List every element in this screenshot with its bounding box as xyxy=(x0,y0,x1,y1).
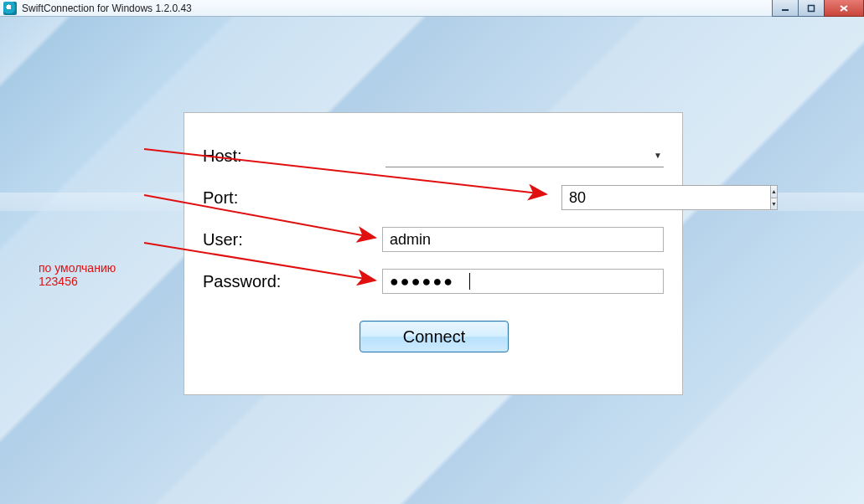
host-combobox[interactable]: ▼ xyxy=(385,144,664,167)
default-credentials-note: по умолчанию 123456 xyxy=(39,261,116,288)
connection-panel: Host: ▼ Port: ▲ ▼ User: Password: xyxy=(184,112,683,395)
maximize-button[interactable] xyxy=(798,0,825,17)
user-input[interactable] xyxy=(382,227,664,252)
password-input[interactable] xyxy=(382,269,664,294)
user-label: User: xyxy=(203,230,382,249)
window-title: SwiftConnection for Windows 1.2.0.43 xyxy=(22,3,192,14)
host-row: Host: ▼ xyxy=(203,143,664,168)
app-icon xyxy=(3,2,17,15)
maximize-icon xyxy=(807,4,815,13)
title-bar: SwiftConnection for Windows 1.2.0.43 xyxy=(0,0,864,17)
annotation-line2: 123456 xyxy=(39,275,116,288)
host-label: Host: xyxy=(203,147,385,166)
port-spinner: ▲ ▼ xyxy=(561,185,664,210)
window-controls xyxy=(772,0,864,17)
svg-rect-1 xyxy=(809,5,815,11)
connect-button[interactable]: Connect xyxy=(360,321,509,352)
text-cursor xyxy=(469,273,470,290)
user-row: User: xyxy=(203,227,664,252)
close-icon xyxy=(839,4,849,13)
port-step-up[interactable]: ▲ xyxy=(771,186,777,198)
chevron-down-icon: ▼ xyxy=(654,151,662,160)
connect-button-label: Connect xyxy=(403,327,466,347)
port-step-down[interactable]: ▼ xyxy=(771,198,777,210)
chevron-down-icon: ▼ xyxy=(771,201,777,207)
annotation-line1: по умолчанию xyxy=(39,261,116,275)
port-label: Port: xyxy=(203,188,387,208)
port-row: Port: ▲ ▼ xyxy=(203,185,664,210)
minimize-icon xyxy=(781,4,789,13)
port-input[interactable] xyxy=(561,185,770,210)
password-row: Password: xyxy=(203,269,664,294)
close-button[interactable] xyxy=(824,0,864,17)
minimize-button[interactable] xyxy=(772,0,799,17)
chevron-up-icon: ▲ xyxy=(771,188,777,194)
password-label: Password: xyxy=(203,272,382,291)
